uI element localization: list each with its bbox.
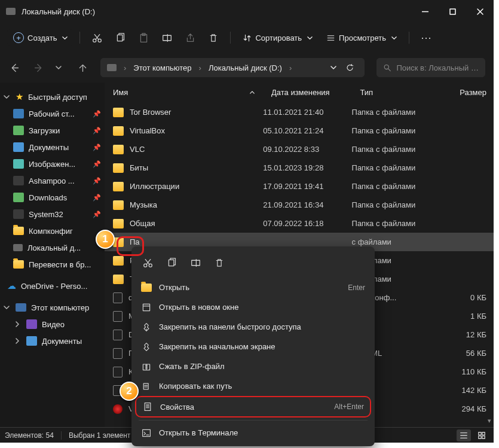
svg-rect-10 (479, 435, 481, 438)
file-row[interactable]: Музыка 21.09.2021 16:34 Папка с файлами (105, 196, 494, 214)
sidebar-item[interactable]: Изображен...📌 (0, 156, 105, 172)
svg-rect-0 (450, 9, 455, 14)
refresh-button[interactable] (341, 63, 358, 72)
sidebar-label: Быстрый доступ (28, 93, 87, 102)
file-type: Папка с файлами (352, 163, 446, 172)
sidebar-item[interactable]: Downloads📌 (0, 189, 105, 206)
ctx-compress-zip[interactable]: Сжать в ZIP-файл (135, 356, 371, 376)
pin-icon: 📌 (93, 177, 101, 185)
folder-icon (113, 108, 124, 117)
create-label: Создать (27, 33, 57, 42)
file-row[interactable]: Общая 07.09.2022 16:18 Папка с файлами (105, 214, 494, 233)
view-button[interactable]: Просмотреть (320, 31, 403, 45)
breadcrumb-drive[interactable]: Локальный диск (D:) (209, 63, 282, 72)
column-header-type[interactable]: Тип (351, 88, 446, 97)
svg-rect-19 (145, 403, 151, 411)
annotation-highlight (117, 236, 144, 256)
chevron-right-icon: › (199, 63, 201, 72)
sidebar-onedrive[interactable]: ☁ OneDrive - Perso... (0, 278, 105, 294)
file-date: 07.09.2022 16:18 (263, 219, 351, 228)
create-button[interactable]: + Создать (7, 29, 74, 46)
sidebar-item-label: Downloads (29, 193, 67, 202)
back-button[interactable] (8, 62, 20, 74)
cut-button[interactable] (86, 27, 108, 48)
close-button[interactable] (466, 0, 494, 23)
file-row[interactable]: VLC 09.10.2022 8:33 Папка с файлами (105, 140, 494, 159)
rename-button[interactable] (156, 27, 177, 48)
ctx-pin-start[interactable]: Закрепить на начальном экране (135, 337, 371, 356)
file-name: VLC (130, 145, 145, 154)
scroll-down-icon[interactable]: ▾ (488, 417, 491, 425)
sidebar-item[interactable]: Рабочий ст...📌 (0, 105, 105, 122)
ctx-open-terminal[interactable]: Открыть в Терминале (135, 423, 371, 443)
paste-button[interactable] (133, 27, 154, 48)
forward-button[interactable] (32, 62, 44, 74)
context-icon-row (135, 250, 371, 278)
svg-rect-9 (482, 432, 485, 434)
sort-button[interactable]: Сортировать (237, 31, 319, 45)
sidebar-item[interactable]: Ashampoo ...📌 (0, 172, 105, 189)
ctx-label: Закрепить на панели быстрого доступа (159, 322, 301, 331)
chevron-down-icon[interactable] (330, 66, 336, 69)
search-input[interactable]: Поиск в: Локальный д... (376, 58, 485, 77)
ctx-open-new-window[interactable]: Открыть в новом окне (135, 297, 371, 317)
sidebar-item[interactable]: Документы (0, 333, 105, 349)
sidebar-item[interactable]: System32📌 (0, 206, 105, 223)
column-header-date[interactable]: Дата изменения (263, 88, 351, 97)
file-date: 15.01.2023 19:28 (263, 163, 351, 172)
sidebar-thispc[interactable]: Этот компьютер (0, 299, 105, 316)
file-size: 110 КБ (446, 367, 494, 376)
address-bar[interactable]: › Этот компьютер › Локальный диск (D:) › (100, 58, 365, 77)
recent-button[interactable] (53, 62, 65, 74)
separator (79, 32, 80, 44)
sidebar-item[interactable]: Компконфиг (0, 223, 105, 239)
file-type: Папка с файлами (352, 182, 446, 191)
column-header-name[interactable]: Имя (105, 88, 263, 97)
separator (230, 32, 231, 44)
file-row[interactable]: VirtualBox 05.10.2021 21:24 Папка с файл… (105, 121, 494, 140)
sidebar-item[interactable]: Документы📌 (0, 139, 105, 156)
window-icon (141, 302, 152, 313)
minimize-button[interactable] (411, 0, 439, 23)
folder-icon (113, 145, 124, 154)
file-row[interactable]: Tor Browser 11.01.2021 21:40 Папка с фай… (105, 103, 494, 121)
file-date: 05.10.2021 21:24 (263, 126, 351, 135)
ctx-rename-button[interactable] (184, 252, 207, 273)
up-button[interactable] (76, 62, 88, 74)
file-icon (113, 311, 123, 322)
status-count: Элементов: 54 (5, 431, 54, 440)
drive-icon (6, 8, 16, 15)
ctx-delete-button[interactable] (208, 252, 231, 273)
ctx-copy-path[interactable]: Копировать как путь (135, 376, 371, 396)
file-row[interactable]: Биты 15.01.2023 19:28 Папка с файлами (105, 159, 494, 177)
sidebar-label: Этот компьютер (31, 303, 89, 312)
sidebar-item-label: Видео (42, 320, 65, 329)
sidebar-item-label: Документы (42, 337, 82, 346)
sidebar-quick-access[interactable]: ★ Быстрый доступ (0, 89, 105, 105)
ctx-copy-button[interactable] (160, 252, 183, 273)
breadcrumb-thispc[interactable]: Этот компьютер (133, 63, 191, 72)
list-icon (326, 33, 335, 42)
file-size: 142 КБ (446, 386, 494, 395)
sort-icon (243, 33, 252, 42)
delete-button[interactable] (203, 27, 224, 48)
sidebar-item[interactable]: Перевести в бр... (0, 256, 105, 273)
sidebar-item[interactable]: Локальный д... (0, 239, 105, 256)
svg-rect-18 (143, 383, 148, 389)
sidebar-item[interactable]: Видео (0, 316, 105, 333)
ctx-open[interactable]: Открыть Enter (135, 278, 371, 297)
file-row[interactable]: Иллюстрации 17.09.2021 19:41 Папка с фай… (105, 177, 494, 196)
maximize-button[interactable] (439, 0, 466, 23)
more-button[interactable]: ⋯ (415, 27, 437, 48)
view-thumbnails-button[interactable] (474, 429, 489, 441)
view-details-button[interactable] (457, 429, 471, 441)
share-button[interactable] (179, 27, 201, 48)
svg-rect-3 (117, 35, 123, 41)
column-header-size[interactable]: Размер (446, 88, 494, 97)
file-size: 294 КБ (446, 404, 494, 413)
sidebar-item[interactable]: Загрузки📌 (0, 122, 105, 139)
ctx-properties[interactable]: Свойства Alt+Enter (135, 396, 371, 417)
svg-rect-8 (479, 432, 481, 434)
ctx-pin-quick[interactable]: Закрепить на панели быстрого доступа (135, 317, 371, 337)
copy-button[interactable] (109, 27, 131, 48)
